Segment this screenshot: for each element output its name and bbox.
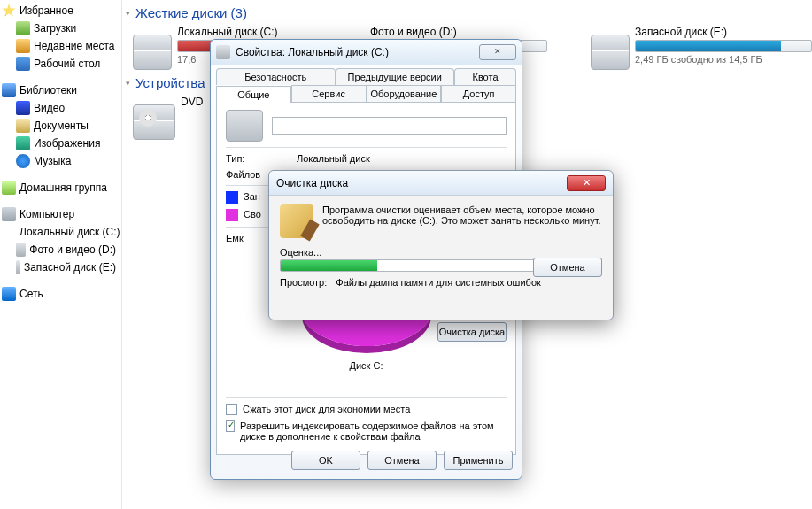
- favorites-label: Избранное: [19, 4, 73, 17]
- compress-label: Сжать этот диск для экономии места: [243, 404, 410, 415]
- index-label: Разрешить индексировать содержимое файло…: [240, 420, 507, 442]
- nav-disk-d[interactable]: Фото и видео (D:): [0, 241, 121, 258]
- ok-button[interactable]: OK: [291, 451, 360, 470]
- nav-label: Компьютер: [19, 208, 74, 220]
- nav-downloads[interactable]: Загрузки: [0, 19, 121, 37]
- libraries-header[interactable]: Библиотеки: [0, 81, 121, 99]
- network-header[interactable]: Сеть: [0, 285, 121, 303]
- nav-label: Домашняя группа: [19, 181, 107, 194]
- library-icon: [2, 83, 16, 97]
- cancel-button[interactable]: Отмена: [533, 258, 602, 277]
- drive-name: Фото и видео (D:): [370, 26, 575, 38]
- cleanup-dialog: Очистка диска ✕ Программа очистки оценив…: [268, 170, 614, 320]
- dialog-title: Очистка диска: [276, 177, 567, 189]
- nav-images[interactable]: Изображения: [0, 135, 121, 152]
- nav-desktop[interactable]: Рабочий стол: [0, 55, 121, 73]
- computer-header[interactable]: Компьютер: [0, 205, 121, 223]
- used-label: Зан: [244, 191, 260, 204]
- used-swatch: [226, 191, 238, 204]
- drive-name: Локальный диск (C:): [177, 26, 354, 38]
- homegroup-header[interactable]: Домашняя группа: [0, 179, 121, 197]
- nav-label: Недавние места: [34, 40, 114, 52]
- pie-label: Диск C:: [226, 360, 507, 371]
- hdd-icon: [226, 110, 263, 142]
- hdd-icon: [591, 35, 630, 70]
- homegroup-icon: [2, 181, 16, 195]
- nav-label: Рабочий стол: [34, 58, 100, 70]
- compress-checkbox[interactable]: [226, 404, 237, 415]
- hdd-icon: [133, 35, 172, 70]
- tab-security[interactable]: Безопасность: [216, 68, 336, 85]
- tab-general[interactable]: Общие: [216, 86, 291, 103]
- nav-video[interactable]: Видео: [0, 99, 121, 117]
- favorites-header[interactable]: Избранное: [0, 2, 121, 19]
- scan-label: Просмотр:: [280, 277, 327, 288]
- computer-icon: [2, 207, 16, 221]
- cleanup-message: Программа очистки оценивает объем места,…: [322, 204, 602, 238]
- drive-name: Запасной диск (E:): [635, 26, 812, 38]
- nav-label: Документы: [34, 120, 89, 132]
- nav-label: Изображения: [34, 137, 100, 150]
- section-title: Устройства: [135, 75, 205, 90]
- dialog-titlebar[interactable]: Свойства: Локальный диск (C:) ✕: [211, 40, 522, 65]
- tab-tools[interactable]: Сервис: [291, 85, 367, 102]
- drive-status: 2,49 ГБ свободно из 14,5 ГБ: [635, 54, 812, 65]
- index-checkbox[interactable]: [226, 420, 235, 432]
- dialog-titlebar[interactable]: Очистка диска ✕: [269, 171, 613, 196]
- drive-e[interactable]: Запасной диск (E:) 2,49 ГБ свободно из 1…: [591, 22, 812, 70]
- close-button[interactable]: ✕: [567, 175, 606, 191]
- drive-usage-bar: [635, 40, 812, 52]
- hdd-icon: [16, 243, 26, 257]
- hdd-icon: [216, 45, 230, 59]
- free-swatch: [226, 209, 238, 221]
- tab-sharing[interactable]: Доступ: [441, 85, 516, 102]
- nav-music[interactable]: Музыка: [0, 152, 121, 170]
- section-hard-disks[interactable]: ▾ Жесткие диски (3): [122, 0, 812, 22]
- tab-hardware[interactable]: Оборудование: [367, 85, 442, 102]
- download-icon: [16, 21, 30, 35]
- compress-checkbox-row[interactable]: Сжать этот диск для экономии места: [226, 404, 507, 415]
- disk-cleanup-button[interactable]: Очистка диска: [437, 322, 507, 342]
- network-icon: [2, 287, 16, 301]
- scan-value: Файлы дампа памяти для системных ошибок: [336, 277, 541, 288]
- nav-label: Библиотеки: [19, 84, 77, 96]
- broom-icon: [280, 204, 313, 238]
- recent-icon: [16, 39, 30, 53]
- index-checkbox-row[interactable]: Разрешить индексировать содержимое файло…: [226, 420, 507, 442]
- nav-label: Локальный диск (C:): [19, 226, 120, 238]
- nav-label: Видео: [34, 102, 65, 114]
- nav-label: Музыка: [34, 155, 71, 167]
- tab-strip: Безопасность Предыдущие версии Квота Общ…: [216, 68, 516, 103]
- progress-fill: [281, 260, 377, 271]
- star-icon: [2, 4, 16, 18]
- nav-recent[interactable]: Недавние места: [0, 37, 121, 55]
- hdd-icon: [16, 260, 20, 274]
- nav-disk-c[interactable]: Локальный диск (C:): [0, 223, 121, 241]
- nav-label: Фото и видео (D:): [29, 243, 116, 256]
- dialog-title: Свойства: Локальный диск (C:): [236, 46, 479, 58]
- nav-label: Сеть: [19, 288, 43, 300]
- video-icon: [16, 101, 30, 115]
- volume-label-input[interactable]: [272, 117, 507, 135]
- nav-disk-e[interactable]: Запасной диск (E:): [0, 258, 121, 276]
- dvd-icon: [133, 104, 175, 140]
- nav-label: Запасной диск (E:): [24, 261, 116, 274]
- tab-previous-versions[interactable]: Предыдущие версии: [336, 68, 455, 85]
- free-label: Сво: [244, 209, 261, 221]
- tab-quota[interactable]: Квота: [454, 68, 516, 85]
- chevron-down-icon: ▾: [126, 79, 130, 88]
- nav-label: Загрузки: [34, 22, 76, 35]
- document-icon: [16, 119, 30, 133]
- cancel-button[interactable]: Отмена: [367, 451, 437, 470]
- image-icon: [16, 136, 30, 150]
- music-icon: [16, 154, 30, 168]
- type-value: Локальный диск: [297, 153, 370, 164]
- close-button[interactable]: ✕: [479, 44, 516, 60]
- apply-button[interactable]: Применить: [444, 451, 513, 470]
- section-title: Жесткие диски (3): [135, 5, 247, 20]
- navigation-pane: Избранное Загрузки Недавние места Рабочи…: [0, 0, 122, 509]
- desktop-icon: [16, 57, 30, 71]
- nav-documents[interactable]: Документы: [0, 117, 121, 135]
- type-label: Тип:: [226, 153, 297, 164]
- chevron-down-icon: ▾: [126, 9, 130, 18]
